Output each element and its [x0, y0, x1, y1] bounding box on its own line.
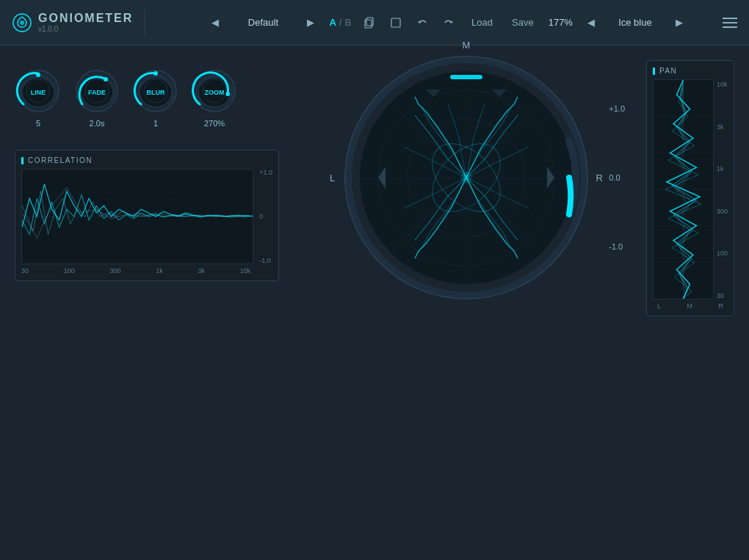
svg-rect-4 [391, 18, 400, 27]
x-label-300: 300 [109, 267, 120, 274]
pan-y-300: 300 [717, 208, 728, 215]
goniometer-svg [341, 53, 591, 302]
svg-rect-2 [366, 18, 373, 26]
y-label-minus1: -1.0 [259, 257, 272, 264]
logo-area: GONIOMETER v1.0.0 [0, 12, 145, 33]
goniometer-label-r: R [596, 172, 603, 183]
pan-title-bar-icon [653, 68, 655, 75]
pan-chart[interactable] [653, 79, 714, 299]
copy-ab-button[interactable] [361, 15, 377, 31]
theme-next-button[interactable]: ▶ [671, 14, 687, 31]
svg-rect-3 [365, 20, 372, 28]
x-label-30: 30 [21, 267, 29, 274]
pan-x-m: M [687, 302, 693, 310]
knob-line-value: 5 [36, 119, 40, 128]
pan-y-30: 30 [717, 292, 728, 299]
scale-plus-1: +1.0 [609, 104, 625, 113]
header-controls: ◀ Default ▶ A / B [145, 14, 749, 31]
pan-x-l: L [657, 302, 661, 310]
correlation-scale: +1.0 0.0 -1.0 [609, 104, 625, 251]
title-bar-icon [21, 157, 23, 164]
svg-point-17 [153, 71, 158, 76]
undo-button[interactable] [414, 15, 430, 31]
svg-point-1 [20, 21, 24, 25]
knob-zoom-svg: ZOOM [191, 68, 238, 114]
pan-y-1k: 1k [717, 165, 728, 172]
knob-blur-value: 1 [153, 119, 158, 128]
zoom-prev-button[interactable]: ◀ [583, 14, 599, 31]
redo-button[interactable] [441, 15, 457, 31]
load-button[interactable]: Load [467, 14, 497, 31]
main-content: LINE 5 FADE [0, 46, 749, 560]
zoom-display: 177% [549, 17, 573, 28]
scale-minus-1: -1.0 [609, 242, 625, 251]
knobs-row: LINE 5 FADE [15, 60, 286, 135]
knob-line-control[interactable]: LINE [15, 68, 62, 114]
hamburger-line-3 [723, 26, 737, 28]
pan-chart-area: 10k 3k 1k 300 100 30 [653, 79, 728, 299]
knob-blur-svg: BLUR [132, 68, 179, 114]
knob-zoom-value: 270% [204, 119, 225, 128]
y-label-plus1: +1.0 [259, 169, 272, 176]
goniometer-label-l: L [330, 172, 335, 183]
correlation-panel: CORRELATION [15, 150, 279, 281]
pan-y-labels: 10k 3k 1k 300 100 30 [717, 79, 728, 299]
correlation-chart-wrapper: 30 100 300 1k 3k 10k +1.0 0 -1.0 [21, 169, 272, 274]
svg-text:BLUR: BLUR [147, 89, 165, 96]
correlation-title: CORRELATION [21, 156, 272, 164]
svg-text:ZOOM: ZOOM [205, 89, 225, 96]
theme-name: Ice blue [609, 17, 661, 28]
goniometer-label-m: M [463, 40, 471, 51]
header: GONIOMETER v1.0.0 ◀ Default ▶ A / B [0, 0, 749, 46]
center-panel: M L R +1.0 0.0 -1.0 [301, 53, 632, 302]
correlation-label: CORRELATION [28, 156, 93, 164]
x-label-3k: 3k [198, 267, 205, 274]
pan-y-100: 100 [717, 250, 728, 257]
preset-name: Default [234, 17, 292, 28]
pan-y-3k: 3k [717, 123, 728, 131]
knob-blur: BLUR 1 [132, 68, 179, 128]
copy-button[interactable] [388, 15, 404, 31]
svg-text:FADE: FADE [88, 89, 106, 96]
save-button[interactable]: Save [507, 14, 538, 31]
correlation-svg [22, 170, 253, 263]
knob-zoom-control[interactable]: ZOOM [191, 68, 238, 114]
correlation-chart-inner: 30 100 300 1k 3k 10k [21, 169, 253, 274]
hamburger-line-2 [723, 22, 737, 23]
knob-fade-control[interactable]: FADE [73, 68, 120, 114]
svg-point-7 [36, 73, 40, 77]
knob-zoom: ZOOM 270% [191, 68, 238, 128]
pan-panel: PAN [646, 60, 734, 316]
goniometer-display[interactable]: M L R +1.0 0.0 -1.0 [341, 53, 591, 302]
ab-separator: / [339, 17, 342, 28]
ab-a-button[interactable]: A [329, 17, 336, 28]
pan-x-r: R [718, 302, 723, 310]
pan-y-10k: 10k [717, 81, 728, 88]
correlation-y-labels: +1.0 0 -1.0 [256, 169, 272, 264]
logo-icon [12, 12, 32, 33]
hamburger-line-1 [723, 18, 737, 19]
pan-x-labels: L M R [653, 299, 728, 310]
preset-prev-button[interactable]: ◀ [207, 14, 223, 31]
ab-b-button[interactable]: B [344, 17, 351, 28]
knob-blur-control[interactable]: BLUR [132, 68, 179, 114]
svg-text:LINE: LINE [31, 89, 46, 96]
knob-line-svg: LINE [15, 68, 62, 114]
ab-group: A / B [329, 17, 351, 28]
y-label-zero: 0 [259, 213, 272, 220]
pan-svg [654, 80, 713, 299]
svg-rect-37 [450, 75, 482, 79]
knob-fade: FADE 2.0s [73, 68, 120, 128]
menu-button[interactable] [723, 18, 737, 28]
left-panel: LINE 5 FADE [15, 60, 286, 281]
knob-fade-svg: FADE [73, 68, 120, 114]
x-label-1k: 1k [156, 267, 163, 274]
x-label-10k: 10k [240, 267, 251, 274]
scale-zero: 0.0 [609, 173, 625, 182]
knob-line: LINE 5 [15, 68, 62, 128]
correlation-x-labels: 30 100 300 1k 3k 10k [21, 264, 250, 274]
preset-next-button[interactable]: ▶ [303, 14, 319, 31]
pan-label: PAN [659, 67, 677, 75]
x-label-100: 100 [64, 267, 75, 274]
correlation-chart[interactable] [21, 169, 253, 264]
